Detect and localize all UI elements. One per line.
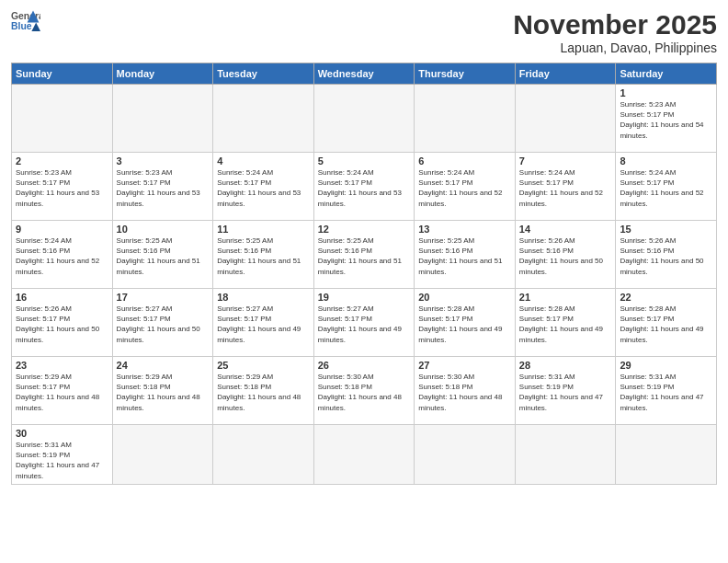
- calendar-cell: 22Sunrise: 5:28 AMSunset: 5:17 PMDayligh…: [616, 289, 717, 357]
- calendar-cell: [313, 85, 415, 153]
- calendar-cell: [12, 85, 113, 153]
- day-number: 24: [117, 360, 210, 371]
- calendar-cell: 23Sunrise: 5:29 AMSunset: 5:17 PMDayligh…: [12, 357, 113, 425]
- day-number: 30: [16, 428, 108, 439]
- cell-info: Sunrise: 5:29 AMSunset: 5:18 PMDaylight:…: [117, 372, 210, 413]
- cell-info: Sunrise: 5:27 AMSunset: 5:17 PMDaylight:…: [318, 304, 411, 345]
- calendar-cell: 16Sunrise: 5:26 AMSunset: 5:17 PMDayligh…: [12, 289, 113, 357]
- calendar-week-3: 9Sunrise: 5:24 AMSunset: 5:16 PMDaylight…: [12, 221, 717, 289]
- cell-info: Sunrise: 5:30 AMSunset: 5:18 PMDaylight:…: [418, 372, 511, 413]
- calendar-cell: 26Sunrise: 5:30 AMSunset: 5:18 PMDayligh…: [313, 357, 415, 425]
- cell-info: Sunrise: 5:28 AMSunset: 5:17 PMDaylight:…: [418, 304, 511, 345]
- calendar-cell: 10Sunrise: 5:25 AMSunset: 5:16 PMDayligh…: [112, 221, 213, 289]
- day-number: 20: [418, 292, 511, 303]
- calendar-cell: [213, 85, 314, 153]
- calendar-week-4: 16Sunrise: 5:26 AMSunset: 5:17 PMDayligh…: [12, 289, 717, 357]
- cell-info: Sunrise: 5:24 AMSunset: 5:17 PMDaylight:…: [418, 167, 511, 209]
- calendar-cell: [515, 85, 616, 153]
- calendar-cell: 18Sunrise: 5:27 AMSunset: 5:17 PMDayligh…: [213, 289, 314, 357]
- calendar-cell: 3Sunrise: 5:23 AMSunset: 5:17 PMDaylight…: [112, 153, 213, 221]
- calendar-cell: 14Sunrise: 5:26 AMSunset: 5:16 PMDayligh…: [515, 221, 616, 289]
- calendar-cell: 24Sunrise: 5:29 AMSunset: 5:18 PMDayligh…: [112, 357, 213, 425]
- header-wednesday: Wednesday: [313, 63, 415, 85]
- day-number: 17: [117, 292, 210, 303]
- title-block: November 2025 Lapuan, Davao, Philippines: [513, 9, 717, 55]
- day-number: 5: [318, 155, 411, 167]
- cell-info: Sunrise: 5:25 AMSunset: 5:16 PMDaylight:…: [117, 236, 210, 277]
- cell-info: Sunrise: 5:25 AMSunset: 5:16 PMDaylight:…: [418, 236, 511, 277]
- page-header: General Blue November 2025 Lapuan, Davao…: [11, 9, 717, 55]
- cell-info: Sunrise: 5:27 AMSunset: 5:17 PMDaylight:…: [117, 304, 210, 345]
- cell-info: Sunrise: 5:25 AMSunset: 5:16 PMDaylight:…: [318, 236, 411, 277]
- day-number: 8: [620, 155, 712, 167]
- svg-marker-3: [31, 22, 40, 31]
- cell-info: Sunrise: 5:24 AMSunset: 5:17 PMDaylight:…: [620, 167, 712, 209]
- calendar-cell: 8Sunrise: 5:24 AMSunset: 5:17 PMDaylight…: [616, 153, 717, 221]
- cell-info: Sunrise: 5:23 AMSunset: 5:17 PMDaylight:…: [117, 167, 210, 209]
- day-number: 26: [318, 360, 411, 371]
- header-tuesday: Tuesday: [213, 63, 314, 85]
- calendar-week-5: 23Sunrise: 5:29 AMSunset: 5:17 PMDayligh…: [12, 357, 717, 425]
- cell-info: Sunrise: 5:31 AMSunset: 5:19 PMDaylight:…: [16, 440, 108, 481]
- day-number: 25: [217, 360, 310, 371]
- calendar-table: SundayMondayTuesdayWednesdayThursdayFrid…: [11, 63, 717, 485]
- calendar-cell: 9Sunrise: 5:24 AMSunset: 5:16 PMDaylight…: [12, 221, 113, 289]
- calendar-cell: [616, 425, 717, 485]
- day-number: 1: [620, 87, 712, 98]
- cell-info: Sunrise: 5:30 AMSunset: 5:18 PMDaylight:…: [318, 372, 411, 413]
- cell-info: Sunrise: 5:24 AMSunset: 5:16 PMDaylight:…: [16, 236, 108, 277]
- calendar-cell: 13Sunrise: 5:25 AMSunset: 5:16 PMDayligh…: [415, 221, 516, 289]
- day-number: 27: [418, 360, 511, 371]
- day-number: 9: [16, 224, 108, 235]
- calendar-cell: [313, 425, 415, 485]
- calendar-cell: 12Sunrise: 5:25 AMSunset: 5:16 PMDayligh…: [313, 221, 415, 289]
- calendar-cell: 5Sunrise: 5:24 AMSunset: 5:17 PMDaylight…: [313, 153, 415, 221]
- calendar-cell: [415, 85, 516, 153]
- day-number: 29: [620, 360, 712, 371]
- cell-info: Sunrise: 5:31 AMSunset: 5:19 PMDaylight:…: [519, 372, 612, 413]
- location: Lapuan, Davao, Philippines: [513, 40, 717, 55]
- day-number: 10: [117, 224, 210, 235]
- day-number: 23: [16, 360, 108, 371]
- calendar-week-2: 2Sunrise: 5:23 AMSunset: 5:17 PMDaylight…: [12, 153, 717, 221]
- calendar-cell: 25Sunrise: 5:29 AMSunset: 5:18 PMDayligh…: [213, 357, 314, 425]
- day-number: 28: [519, 360, 612, 371]
- day-number: 22: [620, 292, 712, 303]
- calendar-cell: 27Sunrise: 5:30 AMSunset: 5:18 PMDayligh…: [415, 357, 516, 425]
- day-number: 19: [318, 292, 411, 303]
- cell-info: Sunrise: 5:27 AMSunset: 5:17 PMDaylight:…: [217, 304, 310, 345]
- calendar-header-row: SundayMondayTuesdayWednesdayThursdayFrid…: [12, 63, 717, 85]
- day-number: 15: [620, 224, 712, 235]
- calendar-week-6: 30Sunrise: 5:31 AMSunset: 5:19 PMDayligh…: [12, 425, 717, 485]
- cell-info: Sunrise: 5:31 AMSunset: 5:19 PMDaylight:…: [620, 372, 712, 413]
- header-friday: Friday: [515, 63, 616, 85]
- calendar-cell: 28Sunrise: 5:31 AMSunset: 5:19 PMDayligh…: [515, 357, 616, 425]
- calendar-cell: 7Sunrise: 5:24 AMSunset: 5:17 PMDaylight…: [515, 153, 616, 221]
- header-saturday: Saturday: [616, 63, 717, 85]
- cell-info: Sunrise: 5:26 AMSunset: 5:17 PMDaylight:…: [16, 304, 108, 345]
- cell-info: Sunrise: 5:28 AMSunset: 5:17 PMDaylight:…: [519, 304, 612, 345]
- day-number: 3: [117, 155, 210, 167]
- calendar-cell: 17Sunrise: 5:27 AMSunset: 5:17 PMDayligh…: [112, 289, 213, 357]
- calendar-cell: [213, 425, 314, 485]
- cell-info: Sunrise: 5:24 AMSunset: 5:17 PMDaylight:…: [217, 167, 310, 209]
- cell-info: Sunrise: 5:29 AMSunset: 5:18 PMDaylight:…: [217, 372, 310, 413]
- cell-info: Sunrise: 5:25 AMSunset: 5:16 PMDaylight:…: [217, 236, 310, 277]
- calendar-cell: 11Sunrise: 5:25 AMSunset: 5:16 PMDayligh…: [213, 221, 314, 289]
- calendar-cell: 20Sunrise: 5:28 AMSunset: 5:17 PMDayligh…: [415, 289, 516, 357]
- calendar-cell: 19Sunrise: 5:27 AMSunset: 5:17 PMDayligh…: [313, 289, 415, 357]
- logo-icon: General Blue: [11, 9, 40, 35]
- calendar-cell: 4Sunrise: 5:24 AMSunset: 5:17 PMDaylight…: [213, 153, 314, 221]
- day-number: 12: [318, 224, 411, 235]
- day-number: 16: [16, 292, 108, 303]
- calendar-cell: 15Sunrise: 5:26 AMSunset: 5:16 PMDayligh…: [616, 221, 717, 289]
- header-sunday: Sunday: [12, 63, 113, 85]
- cell-info: Sunrise: 5:26 AMSunset: 5:16 PMDaylight:…: [519, 236, 612, 277]
- day-number: 2: [16, 155, 108, 167]
- calendar-cell: [415, 425, 516, 485]
- calendar-week-1: 1Sunrise: 5:23 AMSunset: 5:17 PMDaylight…: [12, 85, 717, 153]
- day-number: 7: [519, 155, 612, 167]
- cell-info: Sunrise: 5:23 AMSunset: 5:17 PMDaylight:…: [16, 167, 108, 209]
- header-monday: Monday: [112, 63, 213, 85]
- cell-info: Sunrise: 5:24 AMSunset: 5:17 PMDaylight:…: [519, 167, 612, 209]
